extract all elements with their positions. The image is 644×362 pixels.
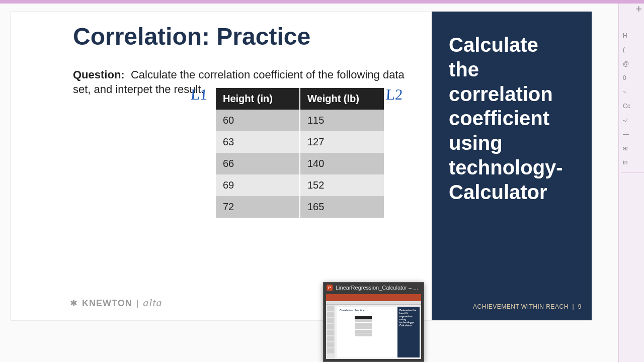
table-header: Height (in) bbox=[216, 88, 300, 110]
thumbnail-body: Correlation: Practice Determine the best… bbox=[326, 294, 421, 359]
slide-title: Correlation: Practice bbox=[73, 23, 310, 50]
table-cell: 127 bbox=[300, 131, 384, 153]
brand-logo: ✱ KNEWTON | alta bbox=[70, 296, 163, 309]
question-label: Question: bbox=[73, 68, 125, 81]
page-tabs-strip: + H ( @ 0 ~ Cc -z — ar in bbox=[618, 4, 644, 362]
table-cell: 66 bbox=[216, 153, 300, 174]
page-tab[interactable]: 0 bbox=[623, 71, 642, 85]
tab-separator bbox=[621, 172, 644, 173]
brand-main: KNEWTON bbox=[82, 298, 132, 309]
table-cell: 152 bbox=[300, 174, 384, 196]
mini-slide-title: Correlation: Practice bbox=[340, 309, 364, 312]
side-panel: Calculate the correlation coefficient us… bbox=[432, 12, 592, 320]
side-panel-text: Calculate the correlation coefficient us… bbox=[449, 33, 578, 205]
page-tab[interactable]: ~ bbox=[623, 85, 642, 99]
thumbnail-header: P LinearRegression_Calculator – … bbox=[324, 283, 424, 293]
table-cell: 60 bbox=[216, 110, 300, 131]
mini-layout: Correlation: Practice Determine the best… bbox=[326, 305, 421, 359]
data-table: Height (in) Weight (lb) 60 115 63 127 66… bbox=[216, 88, 384, 218]
mini-slide-nav bbox=[326, 305, 335, 359]
table-row: 60 115 bbox=[216, 110, 384, 131]
table-row: 72 165 bbox=[216, 196, 384, 218]
page-tab[interactable]: Cc bbox=[623, 99, 642, 113]
ink-annotation-l1: L1 bbox=[190, 86, 208, 103]
page-tab[interactable]: ( bbox=[623, 43, 642, 57]
page-tab[interactable]: ar bbox=[623, 141, 642, 155]
page-tab[interactable]: @ bbox=[623, 57, 642, 71]
thumbnail-title: LinearRegression_Calculator – … bbox=[336, 285, 421, 291]
page-tab[interactable]: in bbox=[623, 155, 642, 169]
note-canvas: Correlation: Practice Question: Calculat… bbox=[0, 4, 619, 362]
table-row: 69 152 bbox=[216, 174, 384, 196]
page-tab[interactable]: — bbox=[623, 127, 642, 141]
powerpoint-icon: P bbox=[327, 285, 333, 291]
mini-side-panel: Determine the best fit regression using … bbox=[397, 307, 420, 357]
brand-icon: ✱ bbox=[70, 298, 78, 309]
table-cell: 140 bbox=[300, 153, 384, 174]
table-row: 63 127 bbox=[216, 131, 384, 153]
table-cell: 165 bbox=[300, 196, 384, 218]
mini-ribbon-tools bbox=[326, 301, 421, 305]
table-cell: 72 bbox=[216, 196, 300, 218]
mini-table bbox=[355, 316, 372, 337]
side-panel-footer: ACHIEVEMENT WITHIN REACH | 9 bbox=[473, 303, 582, 310]
table-header: Weight (lb) bbox=[300, 88, 384, 110]
page-tab-list: H ( @ 0 ~ Cc -z — ar in bbox=[623, 29, 642, 176]
brand-sub: alta bbox=[143, 296, 162, 309]
page-tab[interactable]: H bbox=[623, 29, 642, 43]
mini-slide: Correlation: Practice Determine the best… bbox=[337, 307, 420, 357]
app-border-top bbox=[0, 0, 644, 4]
table-cell: 63 bbox=[216, 131, 300, 153]
brand-sep: | bbox=[136, 298, 139, 309]
ink-annotation-l2: L2 bbox=[385, 86, 403, 103]
table-row: 66 140 bbox=[216, 153, 384, 174]
mini-ribbon bbox=[326, 294, 421, 301]
slide-container: Correlation: Practice Question: Calculat… bbox=[11, 12, 592, 320]
taskbar-thumbnail[interactable]: P LinearRegression_Calculator – … Correl… bbox=[323, 282, 424, 362]
page-tab[interactable]: -z bbox=[623, 113, 642, 127]
table-header-row: Height (in) Weight (lb) bbox=[216, 88, 384, 110]
table-cell: 115 bbox=[300, 110, 384, 131]
add-page-icon[interactable]: + bbox=[635, 3, 642, 16]
table-cell: 69 bbox=[216, 174, 300, 196]
